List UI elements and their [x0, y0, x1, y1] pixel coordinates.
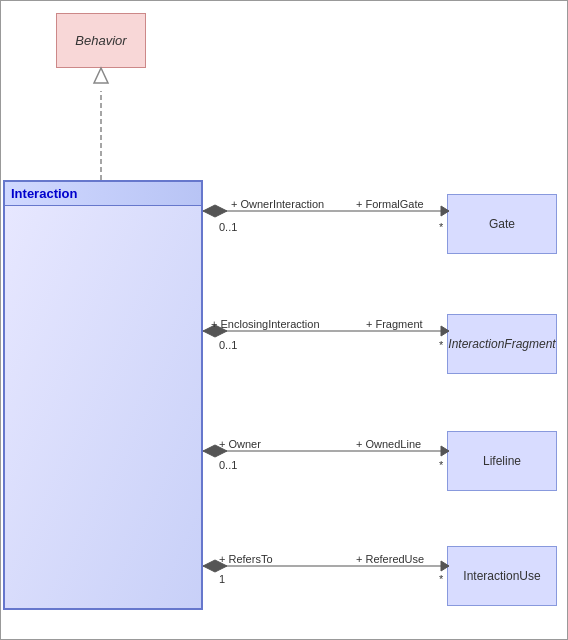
- svg-text:*: *: [439, 339, 444, 351]
- lifeline-label: Lifeline: [483, 454, 521, 468]
- interaction-use-label: InteractionUse: [463, 569, 540, 583]
- svg-text:+ RefersTo: + RefersTo: [219, 553, 273, 565]
- interaction-fragment-label: InteractionFragment: [448, 337, 555, 351]
- svg-text:+ ReferedUse: + ReferedUse: [356, 553, 424, 565]
- svg-text:+ EnclosingInteraction: + EnclosingInteraction: [211, 318, 320, 330]
- svg-marker-1: [94, 68, 108, 83]
- svg-text:+ FormalGate: + FormalGate: [356, 198, 424, 210]
- svg-marker-3: [203, 205, 227, 217]
- interaction-class-title: Interaction: [5, 182, 201, 206]
- svg-text:+ Owner: + Owner: [219, 438, 261, 450]
- svg-text:1: 1: [219, 573, 225, 585]
- behavior-class-box: Behavior: [56, 13, 146, 68]
- svg-marker-24: [203, 560, 227, 572]
- behavior-label: Behavior: [75, 33, 126, 48]
- diagram-container: Behavior Interaction Gate InteractionFra…: [0, 0, 568, 640]
- interaction-class-box: Interaction: [3, 180, 203, 610]
- interaction-fragment-class-box: InteractionFragment: [447, 314, 557, 374]
- svg-text:*: *: [439, 573, 444, 585]
- gate-label: Gate: [489, 217, 515, 231]
- svg-text:+ Fragment: + Fragment: [366, 318, 423, 330]
- lifeline-class-box: Lifeline: [447, 431, 557, 491]
- svg-text:0..1: 0..1: [219, 221, 237, 233]
- svg-text:*: *: [439, 459, 444, 471]
- interaction-use-class-box: InteractionUse: [447, 546, 557, 606]
- svg-text:*: *: [439, 221, 444, 233]
- svg-text:0..1: 0..1: [219, 339, 237, 351]
- svg-text:+ OwnerInteraction: + OwnerInteraction: [231, 198, 324, 210]
- gate-class-box: Gate: [447, 194, 557, 254]
- svg-text:0..1: 0..1: [219, 459, 237, 471]
- svg-text:+ OwnedLine: + OwnedLine: [356, 438, 421, 450]
- svg-marker-10: [203, 325, 227, 337]
- svg-marker-17: [203, 445, 227, 457]
